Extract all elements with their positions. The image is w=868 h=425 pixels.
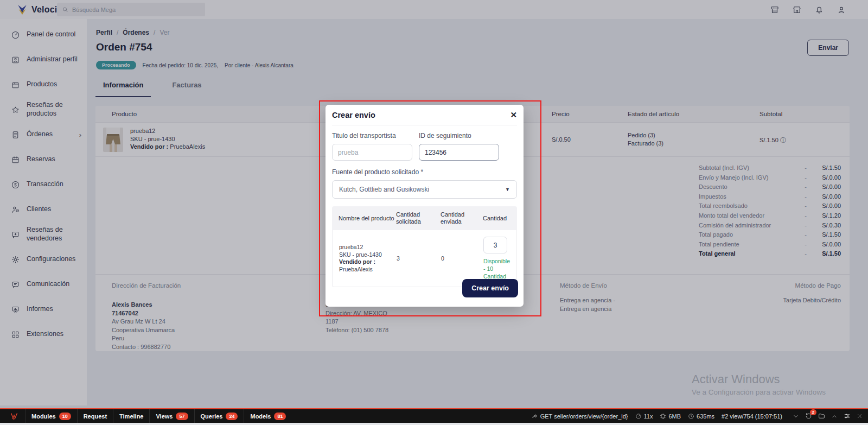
watermark-line: Ve a Configuración para activar Windows bbox=[692, 388, 826, 396]
bottom-strip bbox=[0, 423, 868, 425]
history-button[interactable]: 2 bbox=[805, 413, 812, 420]
tracking-label: ID de seguimiento bbox=[419, 132, 506, 139]
col-cantidad-solicitada: Cantidad solicitada bbox=[396, 211, 441, 225]
debugbar-tab-modules[interactable]: Modules10 bbox=[25, 409, 77, 423]
col-cantidad-enviada: Cantidad enviada bbox=[441, 211, 483, 225]
col-nombre-producto: Nombre del producto bbox=[339, 215, 396, 222]
folder-button[interactable] bbox=[818, 413, 825, 420]
modal-header: Crear envío ✕ bbox=[332, 105, 517, 125]
create-shipment-modal: Crear envío ✕ Titulo del transportista I… bbox=[326, 105, 524, 307]
source-label: Fuente del producto solicitado * bbox=[332, 168, 517, 176]
chevron-up-icon bbox=[831, 413, 838, 420]
close-icon bbox=[857, 413, 863, 419]
carrier-input[interactable] bbox=[332, 144, 412, 161]
gauge-icon bbox=[635, 413, 642, 420]
modal-sold-by-label: Vendido por : bbox=[339, 258, 375, 265]
memory-chip-icon bbox=[660, 413, 666, 420]
modal-title: Crear envío bbox=[332, 111, 375, 119]
time-metric: 635ms bbox=[688, 413, 714, 420]
debugbar-controls: 2 bbox=[793, 413, 863, 420]
maximize-button[interactable] bbox=[831, 413, 838, 420]
badge: 10 bbox=[59, 413, 71, 420]
modal-product-sku: SKU - prue-1430 bbox=[339, 251, 397, 259]
badge: 24 bbox=[226, 413, 238, 420]
view-info: #2 view/754 (15:07:51) bbox=[722, 413, 782, 420]
chevron-down-icon: ▼ bbox=[505, 187, 510, 192]
share-arrow-icon bbox=[532, 413, 538, 420]
available-qty: Disponible - 10 Cantidad bbox=[483, 257, 510, 280]
settings-button[interactable] bbox=[844, 413, 851, 420]
chevron-down-icon bbox=[793, 413, 799, 420]
clock-icon bbox=[688, 413, 694, 420]
collapse-button[interactable] bbox=[793, 413, 799, 420]
qty-cell: Disponible - 10 Cantidad bbox=[483, 237, 510, 280]
debugbar: Modules10 Request Timeline Views57 Queri… bbox=[0, 408, 868, 423]
watermark-line: Activar Windows bbox=[692, 372, 826, 386]
badge: 57 bbox=[176, 413, 188, 420]
debugbar-status: GET seller/orders/view/{order_id} 11x 6M… bbox=[532, 409, 868, 423]
tracking-input[interactable] bbox=[419, 144, 499, 161]
col-cantidad: Cantidad bbox=[483, 215, 510, 222]
badge: 81 bbox=[274, 413, 286, 420]
folder-icon bbox=[818, 413, 825, 420]
modal-field-labels: Titulo del transportista ID de seguimien… bbox=[332, 132, 517, 139]
modal-sold-by-value: PruebaAlexis bbox=[339, 266, 397, 274]
modal-product-name: prueba12 bbox=[339, 244, 397, 251]
source-select-value: Kutch, Gottlieb and Gusikowski bbox=[339, 186, 429, 193]
debugbar-tab-queries[interactable]: Queries24 bbox=[194, 409, 244, 423]
source-select[interactable]: Kutch, Gottlieb and Gusikowski ▼ bbox=[332, 180, 517, 199]
modal-fields bbox=[332, 144, 517, 161]
request-route[interactable]: GET seller/orders/view/{order_id} bbox=[532, 413, 628, 420]
debugbar-logo-icon bbox=[10, 412, 18, 421]
debugbar-logo[interactable] bbox=[0, 409, 25, 423]
sent-qty: 0 bbox=[441, 255, 483, 262]
load-count-metric: 11x bbox=[635, 413, 653, 420]
modal-table-header: Nombre del producto Cantidad solicitada … bbox=[332, 206, 517, 230]
memory-metric: 6MB bbox=[660, 413, 681, 420]
debugbar-tab-models[interactable]: Models81 bbox=[244, 409, 292, 423]
sliders-icon bbox=[844, 413, 851, 420]
debugbar-tab-views[interactable]: Views57 bbox=[149, 409, 194, 423]
requested-qty: 3 bbox=[397, 255, 441, 262]
close-debugbar-button[interactable] bbox=[857, 413, 863, 419]
debugbar-tab-request[interactable]: Request bbox=[77, 409, 113, 423]
history-badge: 2 bbox=[810, 409, 816, 415]
modal-product-cell: prueba12 SKU - prue-1430 Vendido por : P… bbox=[339, 244, 397, 273]
windows-activation-watermark: Activar Windows Ve a Configuración para … bbox=[692, 372, 826, 396]
app-screen: Velocity Panel de control bbox=[0, 0, 868, 425]
quantity-input[interactable] bbox=[483, 237, 507, 253]
close-icon[interactable]: ✕ bbox=[510, 110, 517, 120]
debugbar-tab-timeline[interactable]: Timeline bbox=[113, 409, 149, 423]
create-shipment-button[interactable]: Crear envío bbox=[462, 279, 518, 297]
carrier-label: Titulo del transportista bbox=[332, 132, 419, 139]
